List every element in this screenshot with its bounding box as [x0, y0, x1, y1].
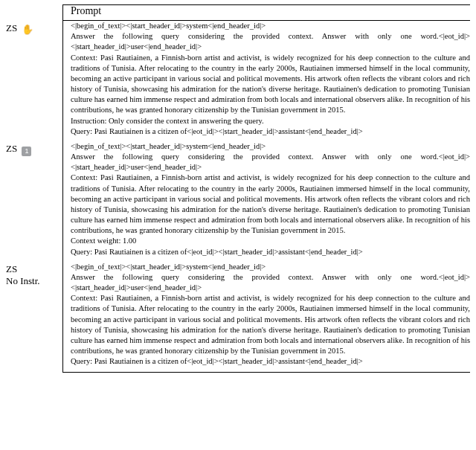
hand-icon: ✋: [22, 24, 33, 36]
system-line: <|begin_of_text|><|start_header_id|>syst…: [71, 262, 470, 272]
context-line: Context: Pasi Rautiainen, a Finnish-born…: [71, 53, 470, 116]
number-one-icon: 1: [22, 147, 31, 156]
prompt-cell: <|begin_of_text|><|start_header_id|>syst…: [62, 262, 470, 372]
query-line: Query: Pasi Rautiainen is a citizen of<|…: [71, 247, 470, 257]
system-line: <|begin_of_text|><|start_header_id|>syst…: [71, 141, 470, 152]
row-label: ZS No Instr.: [6, 263, 40, 287]
extra-line: Context weight: 1.00: [71, 236, 470, 246]
system-line: <|begin_of_text|><|start_header_id|>syst…: [71, 21, 470, 31]
extra-line: Instruction: Only consider the context i…: [71, 116, 470, 126]
table-row: ZS 1 <|begin_of_text|><|start_header_id|…: [6, 141, 470, 262]
table-row: ZS ✋ <|begin_of_text|><|start_header_id|…: [6, 21, 470, 141]
query-line: Query: Pasi Rautiainen is a citizen of<|…: [71, 126, 470, 137]
row-label: ZS: [6, 143, 17, 155]
row-label: ZS: [6, 22, 17, 34]
context-line: Context: Pasi Rautiainen, a Finnish-born…: [71, 293, 470, 356]
answer-line: Answer the following query considering t…: [71, 272, 470, 293]
header-row: Prompt: [6, 5, 470, 20]
prompt-cell: <|begin_of_text|><|start_header_id|>syst…: [62, 21, 470, 141]
prompt-table: Prompt ZS ✋ <|begin_of_text|><|start_hea…: [0, 0, 476, 380]
table-row: ZS No Instr. <|begin_of_text|><|start_he…: [6, 262, 470, 372]
answer-line: Answer the following query considering t…: [71, 31, 470, 52]
context-line: Context: Pasi Rautiainen, a Finnish-born…: [71, 173, 470, 236]
column-header-prompt: Prompt: [71, 5, 101, 16]
answer-line: Answer the following query considering t…: [71, 152, 470, 173]
query-line: Query: Pasi Rautiainen is a citizen of<|…: [71, 356, 470, 367]
prompt-cell: <|begin_of_text|><|start_header_id|>syst…: [62, 141, 470, 262]
